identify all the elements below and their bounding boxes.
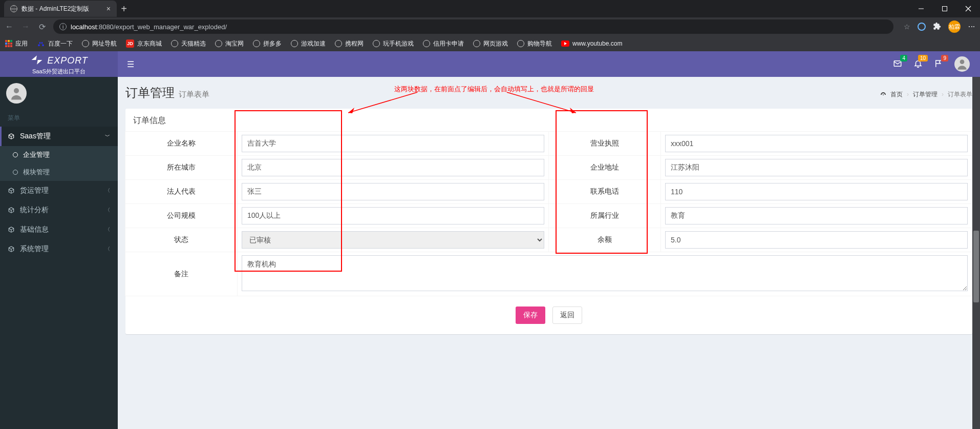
close-tab-icon[interactable]: × bbox=[106, 5, 111, 13]
bookmark-item[interactable]: 淘宝网 bbox=[215, 39, 244, 48]
bookmark-bar: 应用 百度一下 网址导航 JD京东商城 天猫精选 淘宝网 拼多多 游戏加速 携程… bbox=[0, 36, 980, 51]
sidebar-item-stats[interactable]: 统计分析〈 bbox=[0, 200, 118, 220]
input-company[interactable] bbox=[242, 135, 544, 152]
chevron-left-icon: 〈 bbox=[105, 246, 110, 253]
scrollbar[interactable] bbox=[972, 77, 980, 429]
mail-icon[interactable]: 4 bbox=[893, 59, 902, 70]
close-window-button[interactable] bbox=[956, 0, 980, 17]
window-controls bbox=[909, 0, 980, 17]
input-industry[interactable] bbox=[665, 207, 968, 224]
address-bar: ← → ⟳ i localhost:8080/export_web_manage… bbox=[0, 17, 980, 36]
cube-icon bbox=[8, 246, 15, 253]
chevron-left-icon: 〈 bbox=[105, 207, 110, 214]
textarea-remark[interactable]: 教育机构 bbox=[242, 255, 968, 291]
bookmark-item[interactable]: 网址导航 bbox=[82, 39, 117, 48]
apps-icon bbox=[5, 40, 12, 47]
bookmark-item[interactable]: 游戏加速 bbox=[291, 39, 326, 48]
cube-icon bbox=[8, 187, 15, 194]
bookmark-star-icon[interactable]: ☆ bbox=[904, 23, 910, 31]
back-button[interactable]: 返回 bbox=[552, 307, 582, 324]
bookmark-item[interactable]: 玩手机游戏 bbox=[373, 39, 414, 48]
new-tab-button[interactable]: + bbox=[117, 3, 131, 15]
page-subtitle: 订单表单 bbox=[179, 90, 209, 99]
input-balance[interactable] bbox=[665, 231, 968, 249]
menu-header: 菜单 bbox=[0, 110, 118, 127]
label-industry: 所属行业 bbox=[548, 203, 661, 228]
input-city[interactable] bbox=[242, 159, 544, 176]
sidebar-item-base[interactable]: 基础信息〈 bbox=[0, 220, 118, 239]
sidebar-item-shipping[interactable]: 货运管理〈 bbox=[0, 181, 118, 200]
reload-icon[interactable]: ⟳ bbox=[37, 22, 47, 32]
input-address[interactable] bbox=[665, 159, 968, 176]
label-remark: 备注 bbox=[125, 252, 238, 296]
bookmark-item[interactable]: 拼多多 bbox=[253, 39, 282, 48]
site-info-icon[interactable]: i bbox=[59, 23, 67, 30]
crumb-mid[interactable]: 订单管理 bbox=[913, 90, 938, 99]
bookmark-item[interactable]: 百度一下 bbox=[37, 39, 73, 48]
extension-icon[interactable] bbox=[918, 23, 926, 31]
url-field[interactable]: i localhost:8080/export_web_manager_war_… bbox=[53, 19, 893, 34]
jd-icon: JD bbox=[126, 39, 134, 48]
submenu-saas: 企业管理 模块管理 bbox=[0, 146, 118, 181]
main-content: 订单管理 订单表单 首页 › 订单管理 › 订单表单 订单信息 企业名称 营业执… bbox=[118, 77, 980, 429]
cube-icon bbox=[8, 207, 15, 214]
input-license[interactable] bbox=[665, 135, 968, 152]
sidebar-item-system[interactable]: 系统管理〈 bbox=[0, 239, 118, 259]
back-icon[interactable]: ← bbox=[4, 22, 14, 31]
bookmark-item[interactable]: 信用卡申请 bbox=[423, 39, 464, 48]
globe-icon bbox=[473, 40, 480, 47]
label-license: 营业执照 bbox=[548, 131, 661, 156]
logo-subtitle: SaaS外贸进出口平台 bbox=[32, 68, 86, 75]
minimize-button[interactable] bbox=[909, 0, 933, 17]
label-company: 企业名称 bbox=[125, 131, 238, 156]
label-phone: 联系电话 bbox=[548, 179, 661, 204]
circle-icon bbox=[13, 152, 18, 157]
bookmark-item[interactable]: 携程网 bbox=[335, 39, 364, 48]
submenu-item-company[interactable]: 企业管理 bbox=[0, 146, 118, 164]
chevron-left-icon: 〈 bbox=[105, 187, 110, 194]
input-scale[interactable] bbox=[242, 207, 544, 224]
bookmark-item[interactable]: 天猫精选 bbox=[171, 39, 206, 48]
apps-shortcut[interactable]: 应用 bbox=[5, 39, 28, 48]
bookmark-item[interactable]: www.youtube.com bbox=[561, 40, 622, 47]
globe-icon bbox=[253, 40, 260, 47]
kebab-menu-icon[interactable]: ⋮ bbox=[968, 23, 976, 30]
scrollbar-thumb[interactable] bbox=[973, 231, 979, 302]
submenu-item-module[interactable]: 模块管理 bbox=[0, 164, 118, 181]
maximize-button[interactable] bbox=[933, 0, 956, 17]
panel-title: 订单信息 bbox=[125, 110, 972, 132]
bookmark-item[interactable]: 购物导航 bbox=[517, 39, 552, 48]
bookmark-item[interactable]: JD京东商城 bbox=[126, 39, 162, 48]
save-button[interactable]: 保存 bbox=[516, 307, 545, 324]
bell-icon[interactable]: 10 bbox=[913, 59, 923, 70]
sidebar-avatar[interactable] bbox=[0, 77, 118, 110]
flag-icon[interactable]: 9 bbox=[934, 59, 943, 70]
globe-icon bbox=[215, 40, 222, 47]
extensions-icon[interactable] bbox=[933, 22, 941, 32]
bookmark-item[interactable]: 网页游戏 bbox=[473, 39, 508, 48]
user-avatar[interactable] bbox=[954, 56, 970, 72]
breadcrumb: 首页 › 订单管理 › 订单表单 bbox=[880, 90, 972, 99]
cube-icon bbox=[8, 133, 15, 140]
logo[interactable]: EXPORT SaaS外贸进出口平台 bbox=[0, 51, 118, 77]
toolbar-right: ☆ 柏霖 ⋮ bbox=[904, 21, 976, 33]
sidebar-item-saas[interactable]: Saas管理 ﹀ bbox=[0, 127, 118, 146]
svg-point-7 bbox=[883, 94, 884, 95]
active-tab[interactable]: 数据 - AdminLTE2定制版 × bbox=[4, 1, 117, 17]
input-phone[interactable] bbox=[665, 183, 968, 200]
bell-badge: 10 bbox=[918, 55, 928, 62]
forward-icon[interactable]: → bbox=[20, 22, 31, 31]
label-state: 状态 bbox=[125, 228, 238, 252]
toggle-sidebar-button[interactable]: ☰ bbox=[118, 59, 143, 69]
button-row: 保存 返回 bbox=[125, 296, 972, 334]
annotation-text: 这两块数据，在前面点了编辑后，会自动填写上，也就是所谓的回显 bbox=[394, 85, 594, 94]
crumb-home[interactable]: 首页 bbox=[890, 90, 903, 99]
profile-avatar[interactable]: 柏霖 bbox=[948, 21, 961, 33]
tab-title: 数据 - AdminLTE2定制版 bbox=[22, 5, 89, 13]
input-legal[interactable] bbox=[242, 183, 544, 200]
globe-icon bbox=[291, 40, 298, 47]
label-city: 所在城市 bbox=[125, 155, 238, 180]
logo-icon bbox=[30, 53, 44, 69]
select-state[interactable]: 已审核 bbox=[242, 231, 544, 249]
chevron-down-icon: ﹀ bbox=[105, 133, 110, 140]
